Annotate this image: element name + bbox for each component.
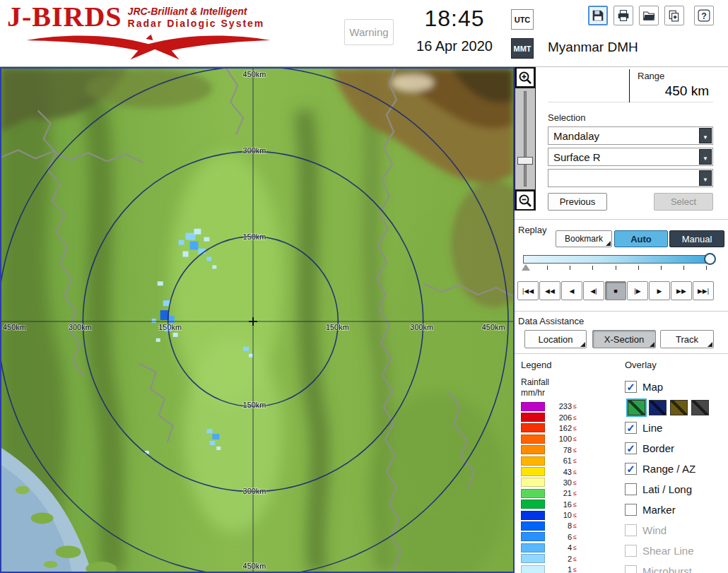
svg-text:300km: 300km — [69, 323, 92, 331]
chevron-down-icon[interactable] — [699, 170, 712, 186]
map-style-olive[interactable] — [670, 400, 688, 415]
svg-text:300km: 300km — [243, 487, 266, 495]
chevron-down-icon[interactable] — [699, 149, 712, 165]
chevron-down-icon[interactable] — [699, 128, 712, 143]
overlay-label: Border — [642, 442, 674, 454]
product-dropdown[interactable]: Surface R — [548, 148, 713, 166]
timeline-thumb[interactable] — [704, 253, 716, 265]
lte-icon: ≤ — [573, 403, 577, 410]
step-forward-button[interactable]: |▶ — [627, 281, 648, 300]
bookmark-button[interactable]: Bookmark — [556, 230, 612, 247]
svg-text:300km: 300km — [410, 323, 433, 331]
svg-text:150km: 150km — [326, 323, 349, 331]
zoom-out-button[interactable] — [515, 190, 535, 211]
zoom-slider[interactable] — [515, 88, 535, 189]
stop-button[interactable]: ■ — [605, 281, 626, 300]
legend-row: 78≤ — [521, 445, 620, 455]
legend-subtitle-2: mm/hr — [521, 388, 620, 398]
header-right-section: ? Myanmar DMH — [536, 0, 728, 67]
app-logo: J-BIRDS JRC-Brilliant & Intelligent Rada… — [7, 3, 311, 61]
range-divider — [629, 69, 630, 102]
zoom-in-button[interactable] — [515, 67, 535, 88]
checkbox-border[interactable] — [625, 442, 637, 454]
overlay-label: Marker — [642, 504, 676, 516]
auto-button[interactable]: Auto — [614, 230, 668, 247]
lte-icon: ≤ — [573, 490, 577, 497]
lte-icon: ≤ — [573, 566, 577, 573]
legend-row: 6≤ — [521, 532, 620, 542]
overlay-item-line[interactable]: Line — [625, 420, 728, 435]
help-button[interactable]: ? — [694, 6, 714, 25]
skip-to-start-button[interactable]: |◀◀ — [517, 281, 539, 300]
warning-button[interactable]: Warning — [344, 19, 394, 45]
legend-swatch — [521, 511, 545, 520]
legend-swatch — [521, 489, 545, 498]
open-folder-button[interactable] — [639, 6, 659, 25]
zoom-slider-groove — [524, 91, 527, 187]
fast-forward-button[interactable]: ▶▶ — [671, 281, 692, 300]
radar-map[interactable]: 450km 300km 150km 150km 300km 450km 450k… — [0, 67, 515, 573]
skip-to-end-button[interactable]: ▶▶| — [693, 281, 714, 300]
previous-button[interactable]: Previous — [548, 193, 607, 211]
map-style-gray[interactable] — [691, 400, 709, 415]
save-button[interactable] — [588, 6, 608, 25]
legend-swatch — [521, 554, 545, 563]
site-dropdown[interactable]: Mandalay — [548, 126, 713, 145]
overlay-item-wind: Wind — [625, 522, 728, 538]
x-section-button[interactable]: X-Section — [592, 330, 656, 348]
step-back-button[interactable]: ◀| — [583, 281, 604, 300]
replay-timeline[interactable] — [522, 253, 718, 274]
zoom-slider-thumb[interactable] — [517, 157, 533, 165]
legend-swatch — [521, 500, 545, 509]
legend-subtitle-1: Rainfall — [521, 377, 620, 388]
svg-text:300km: 300km — [243, 146, 266, 155]
legend-swatch — [521, 402, 545, 411]
rainfall-legend: Legend Rainfall mm/hr 233≤ 206≤ 162≤ 100… — [521, 360, 620, 573]
checkbox-wind — [625, 524, 637, 536]
overlay-label: Shear Line — [642, 545, 694, 557]
range-value: 450 km — [665, 83, 709, 99]
select-button[interactable]: Select — [654, 193, 713, 211]
overlay-label: Wind — [642, 524, 667, 536]
timeline-bar[interactable] — [523, 255, 708, 264]
legend-swatch — [521, 532, 545, 541]
mmt-button[interactable]: MMT — [511, 38, 534, 59]
lte-icon: ≤ — [573, 555, 577, 562]
overlay-item-lati-long[interactable]: Lati / Long — [625, 481, 728, 497]
overlay-item-marker[interactable]: Marker — [625, 502, 728, 517]
lte-icon: ≤ — [573, 447, 577, 454]
timeline-ticks — [524, 266, 707, 270]
location-button[interactable]: Location — [524, 330, 587, 348]
track-button[interactable]: Track — [660, 330, 714, 348]
lte-icon: ≤ — [573, 414, 577, 421]
map-style-green[interactable] — [628, 400, 645, 415]
checkbox-line[interactable] — [625, 422, 637, 434]
svg-text:150km: 150km — [158, 323, 182, 331]
checkbox-shear-line — [625, 545, 637, 557]
export-button[interactable] — [664, 6, 684, 25]
map-style-swatches — [628, 399, 728, 416]
overlay-title: Overlay — [625, 360, 728, 370]
overlay-label: Line — [642, 422, 662, 434]
legend-row: 43≤ — [521, 466, 620, 476]
play-reverse-button[interactable]: ◀ — [561, 281, 582, 300]
overlay-item-range-az[interactable]: Range / AZ — [625, 461, 728, 476]
legend-row: 21≤ — [521, 488, 620, 498]
play-button[interactable]: ▶ — [649, 281, 670, 300]
export-icon — [668, 9, 681, 22]
extra-dropdown[interactable] — [548, 169, 713, 187]
print-button[interactable] — [613, 6, 633, 25]
utc-button[interactable]: UTC — [511, 9, 534, 30]
svg-text:?: ? — [701, 11, 707, 21]
map-style-navy[interactable] — [649, 400, 667, 415]
checkbox-map[interactable] — [625, 381, 637, 393]
checkbox-range-az[interactable] — [625, 463, 637, 475]
checkbox-lati-long[interactable] — [625, 483, 637, 495]
overlay-item-border[interactable]: Border — [625, 440, 728, 456]
checkbox-marker[interactable] — [625, 504, 637, 516]
divider — [515, 353, 728, 354]
manual-button[interactable]: Manual — [669, 230, 724, 247]
fast-rewind-button[interactable]: ◀◀ — [539, 281, 560, 300]
overlay-item-map[interactable]: Map — [625, 379, 728, 394]
playback-controls: |◀◀ ◀◀ ◀ ◀| ■ |▶ ▶ ▶▶ ▶▶| — [517, 281, 714, 300]
